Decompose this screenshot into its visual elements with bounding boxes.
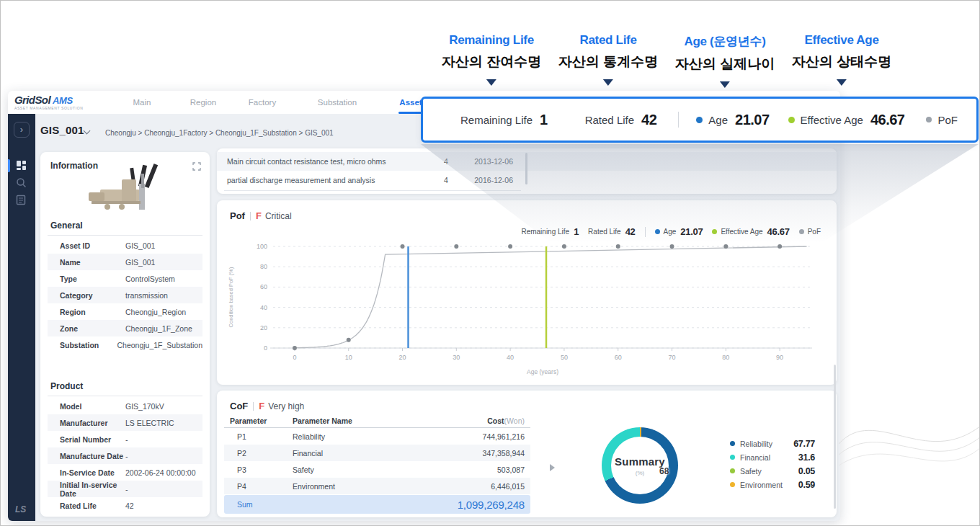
sum-row: Sum 1,099,269,248	[224, 495, 530, 514]
chevron-down-icon[interactable]	[84, 128, 91, 135]
row-value: -	[125, 485, 128, 494]
fullscreen-icon[interactable]	[192, 161, 201, 174]
legend-pof: PoF	[799, 228, 821, 236]
annotation-title: Remaining Life	[442, 33, 541, 48]
pof-dot-icon	[926, 117, 932, 122]
app-window: GridSol AMS ASSET MANAGEMENT SOLUTION Ma…	[8, 91, 840, 521]
row-label: Type	[48, 275, 125, 283]
column-parameter-name: Parameter Name	[293, 416, 437, 425]
cof-row: P4Environment6,446,015	[224, 478, 530, 494]
cof-table-header: Parameter Parameter Name Cost(Won)	[224, 414, 530, 428]
sum-label: Sum	[224, 500, 293, 509]
row-value: 42	[125, 502, 134, 510]
sum-value: 1,099,269,248	[293, 499, 530, 511]
donut-title: Summary	[615, 455, 665, 468]
svg-text:80: 80	[260, 263, 267, 270]
row-label: Substation	[48, 341, 117, 349]
information-panel: Information	[40, 152, 210, 517]
legend-name: Safety	[740, 467, 762, 476]
sidebar-expand-button[interactable]: ›	[14, 122, 30, 138]
cof-grade: F	[259, 401, 264, 411]
effective-age-label: Effective Age	[801, 114, 863, 126]
row-label: Name	[48, 258, 125, 267]
info-row: In-Service Date2002-06-24 00:00:00	[48, 464, 202, 481]
row-label: Zone	[48, 324, 125, 333]
nav-item-asset[interactable]: Asset	[399, 98, 422, 107]
pof-title: Pof	[230, 210, 245, 221]
next-page-arrow-icon[interactable]	[550, 464, 555, 471]
asset-title[interactable]: GIS_001	[40, 124, 84, 136]
svg-text:20: 20	[260, 324, 267, 331]
legend-dot-icon	[730, 482, 735, 487]
info-row: ZoneCheongju_1F_Zone	[48, 320, 202, 336]
pof-line-chart: 0204060801000102030405060708090Age (year…	[223, 238, 825, 381]
row-value: -	[125, 435, 128, 444]
parameter-id: P4	[224, 482, 293, 491]
donut-unit: (%)	[636, 470, 644, 476]
parameter-id: P2	[224, 449, 293, 458]
row-label: Region	[48, 308, 125, 316]
report-icon[interactable]	[16, 195, 26, 208]
legend-value: 0.59	[798, 480, 815, 490]
svg-text:50: 50	[561, 354, 568, 361]
info-row: Serial Number-	[48, 431, 202, 447]
nav-item-main[interactable]: Main	[133, 98, 151, 107]
cof-title: CoF	[230, 401, 248, 411]
triangle-pointer-icon	[486, 79, 496, 86]
info-row: RegionCheongju_Region	[48, 303, 202, 320]
logo-text: GridSol	[14, 94, 50, 105]
product-table: ModelGIS_170kVManufacturerLS ELECTRICSer…	[48, 398, 202, 514]
row-value: 2002-06-24 00:00:00	[125, 468, 196, 477]
rated-life-value: 42	[641, 112, 656, 128]
annotation-rated-life: Rated Life 자산의 통계수명	[558, 33, 658, 86]
legend-item: Financial31.6	[730, 450, 815, 464]
cof-row: P2Financial347,358,944	[224, 445, 530, 461]
info-row: NameGIS_001	[48, 254, 202, 270]
divider	[224, 190, 521, 191]
row-label: Manufacturer	[48, 419, 125, 427]
legend-dot-icon	[730, 455, 735, 460]
general-table: Asset IDGIS_001NameGIS_001TypeControlSys…	[48, 237, 202, 353]
active-tab-underline	[398, 112, 423, 114]
info-row: Rated Life42	[48, 497, 202, 514]
legend-dot-icon	[730, 468, 735, 473]
effective-age-metric: Effective Age 46.67	[788, 112, 905, 128]
row-label: Manufacture Date	[48, 452, 125, 460]
triangle-pointer-icon	[720, 81, 730, 88]
info-row: ModelGIS_170kV	[48, 398, 202, 414]
summary-donut-chart: Summary (%) 68	[602, 427, 678, 504]
remaining-life-label: Remaining Life	[460, 114, 533, 126]
parameter-name: Financial	[293, 449, 437, 458]
table-scrollbar[interactable]	[525, 153, 527, 184]
app-scrollbar[interactable]	[834, 365, 836, 509]
remaining-life-value: 1	[540, 112, 548, 128]
annotation-age: Age (운영년수) 자산의 실제나이	[675, 33, 775, 88]
row-value: -	[125, 452, 128, 460]
nav-item-factory[interactable]: Factory	[249, 98, 276, 107]
legend-effective-age: Effective Age 46.67	[712, 226, 789, 237]
nav-item-region[interactable]: Region	[190, 98, 216, 107]
dashboard-icon[interactable]	[16, 160, 27, 174]
legend-item: Safety0.05	[730, 464, 815, 478]
row-label: Serial Number	[48, 435, 125, 444]
effective-age-dot-icon	[788, 117, 795, 123]
svg-text:60: 60	[615, 354, 622, 361]
donut-segment-label: 68	[659, 466, 669, 476]
legend-dot-icon	[730, 441, 735, 446]
product-section-title: Product	[50, 381, 83, 391]
legend-value: 31.6	[798, 453, 815, 463]
cof-severity: Very high	[268, 401, 304, 411]
nav-item-substation[interactable]: Substation	[318, 98, 357, 107]
svg-text:20: 20	[399, 354, 406, 361]
cof-table: Parameter Parameter Name Cost(Won) P1Rel…	[224, 414, 530, 514]
logo-tagline: ASSET MANAGEMENT SOLUTION	[14, 107, 83, 110]
parameter-name: Safety	[293, 465, 437, 474]
legend-rated-life: Rated Life 42	[588, 226, 635, 237]
pof-metric: PoF	[926, 114, 958, 126]
divider	[48, 396, 202, 396]
search-icon[interactable]	[16, 177, 27, 191]
age-dot-icon	[655, 229, 660, 234]
annotation-remaining-life: Remaining Life 자산의 잔여수명	[442, 33, 541, 86]
age-metric: Age 21.07	[696, 112, 769, 128]
info-row: Asset IDGIS_001	[48, 237, 202, 254]
